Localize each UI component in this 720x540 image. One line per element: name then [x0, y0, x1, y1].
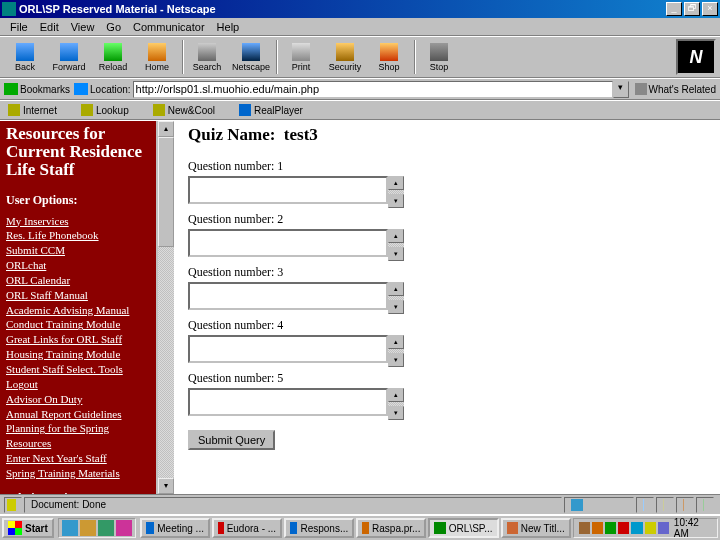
status-bar: Document: Done	[0, 494, 720, 514]
sidebar-item-phonebook[interactable]: Res. Life Phonebook	[6, 228, 150, 243]
pt-lookup[interactable]: Lookup	[81, 104, 141, 116]
title-bar: ORL\SP Reserved Material - Netscape _ 🗗 …	[0, 0, 720, 18]
newsgroup-icon[interactable]	[663, 499, 664, 511]
tray-icon-2[interactable]	[592, 522, 603, 534]
home-button[interactable]: Home	[136, 38, 178, 76]
q4-input[interactable]	[188, 335, 388, 363]
back-button[interactable]: Back	[4, 38, 46, 76]
tray-volume-icon[interactable]	[645, 522, 656, 534]
sidebar-item-next-year-staff[interactable]: Enter Next Year's Staff	[6, 451, 150, 466]
quiz-title: Quiz Name: test3	[188, 125, 706, 145]
url-dropdown-button[interactable]: ▾	[613, 81, 629, 98]
task-respons[interactable]: Respons...	[284, 518, 354, 538]
q1-scrollbar[interactable]: ▴▾	[388, 176, 404, 208]
q2-input[interactable]	[188, 229, 388, 257]
shop-button[interactable]: Shop	[368, 38, 410, 76]
link-icon	[239, 104, 251, 116]
scroll-track[interactable]	[158, 247, 174, 478]
netscape-button[interactable]: Netscape	[230, 38, 272, 76]
user-options-heading: User Options:	[6, 193, 150, 208]
q1-input[interactable]	[188, 176, 388, 204]
whats-related-button[interactable]: What's Related	[633, 83, 717, 95]
task-eudora[interactable]: Eudora - ...	[212, 518, 282, 538]
clock[interactable]: 10:42 AM	[674, 517, 713, 539]
menu-go[interactable]: Go	[100, 19, 127, 35]
q3-scrollbar[interactable]: ▴▾	[388, 282, 404, 314]
pt-newcool[interactable]: New&Cool	[153, 104, 227, 116]
task-newtitle[interactable]: New Titl...	[501, 518, 571, 538]
sidebar-item-orlchat[interactable]: ORLchat	[6, 258, 150, 273]
search-icon	[198, 43, 216, 61]
ql-icon-2[interactable]	[80, 520, 96, 536]
q4-scrollbar[interactable]: ▴▾	[388, 335, 404, 367]
shop-icon	[380, 43, 398, 61]
q1-label: Question number: 1	[188, 159, 706, 174]
task-meeting[interactable]: Meeting ...	[140, 518, 210, 538]
menu-view[interactable]: View	[65, 19, 101, 35]
sidebar-item-advisor-duty[interactable]: Advisor On Duty	[6, 392, 150, 407]
ql-icon-1[interactable]	[62, 520, 78, 536]
restore-button[interactable]: 🗗	[684, 2, 700, 16]
q5-scrollbar[interactable]: ▴▾	[388, 388, 404, 420]
sidebar-item-logout[interactable]: Logout	[6, 377, 150, 392]
sidebar-item-annual-report[interactable]: Annual Report Guidelines	[6, 407, 150, 422]
sidebar-item-great-links[interactable]: Great Links for ORL Staff	[6, 332, 150, 347]
bookmarks-button[interactable]: Bookmarks	[4, 83, 70, 95]
menu-help[interactable]: Help	[211, 19, 246, 35]
q2-scrollbar[interactable]: ▴▾	[388, 229, 404, 261]
scroll-down-icon[interactable]: ▾	[158, 478, 174, 494]
folder-icon	[153, 104, 165, 116]
close-button[interactable]: ×	[702, 2, 718, 16]
sidebar-item-resources[interactable]: Resources	[6, 436, 150, 451]
tray-icon-5[interactable]	[631, 522, 642, 534]
tray-icon-7[interactable]	[658, 522, 669, 534]
sidebar-item-housing-training[interactable]: Housing Training Module	[6, 347, 150, 362]
submit-button[interactable]: Submit Query	[188, 430, 275, 450]
start-button[interactable]: Start	[2, 518, 54, 538]
composer-icon[interactable]	[703, 499, 704, 511]
q3-input[interactable]	[188, 282, 388, 310]
tray-icon-3[interactable]	[605, 522, 616, 534]
main-panel: Quiz Name: test3 Question number: 1 ▴▾ Q…	[174, 121, 720, 494]
sidebar-item-staff-manual[interactable]: ORL Staff Manual	[6, 288, 150, 303]
tray-icon-1[interactable]	[579, 522, 590, 534]
q5-label: Question number: 5	[188, 371, 706, 386]
quick-launch	[58, 518, 136, 538]
menu-file[interactable]: File	[4, 19, 34, 35]
reload-button[interactable]: Reload	[92, 38, 134, 76]
sidebar-item-select-tools[interactable]: Student Staff Select. Tools	[6, 362, 150, 377]
pt-internet[interactable]: Internet	[8, 104, 69, 116]
sidebar-item-calendar[interactable]: ORL Calendar	[6, 273, 150, 288]
tray-icon-4[interactable]	[618, 522, 629, 534]
q5-input[interactable]	[188, 388, 388, 416]
minimize-button[interactable]: _	[666, 2, 682, 16]
forward-button[interactable]: Forward	[48, 38, 90, 76]
location-bar: Bookmarks Location: ▾ What's Related	[0, 78, 720, 100]
pt-realplayer[interactable]: RealPlayer	[239, 104, 315, 116]
task-orlsp[interactable]: ORL\SP...	[428, 518, 498, 538]
q4-label: Question number: 4	[188, 318, 706, 333]
sidebar-item-planning-spring[interactable]: Planning for the Spring	[6, 421, 150, 436]
sidebar-item-spring-training[interactable]: Spring Training Materials	[6, 466, 150, 481]
ql-icon-3[interactable]	[98, 520, 114, 536]
stop-button[interactable]: Stop	[418, 38, 460, 76]
task-raspa[interactable]: Raspa.pr...	[356, 518, 426, 538]
ql-icon-4[interactable]	[116, 520, 132, 536]
security-button[interactable]: Security	[324, 38, 366, 76]
window-title: ORL\SP Reserved Material - Netscape	[19, 3, 666, 15]
mail-icon[interactable]	[643, 499, 644, 511]
stop-icon	[430, 43, 448, 61]
sidebar-item-conduct-training[interactable]: Conduct Training Module	[6, 317, 150, 332]
search-button[interactable]: Search	[186, 38, 228, 76]
url-input[interactable]	[133, 81, 613, 98]
sidebar-item-inservices[interactable]: My Inservices	[6, 214, 150, 229]
sidebar-scrollbar[interactable]: ▴ ▾	[158, 121, 174, 494]
scroll-up-icon[interactable]: ▴	[158, 121, 174, 137]
sidebar-item-advising-manual[interactable]: Academic Advising Manual	[6, 303, 150, 318]
menu-communicator[interactable]: Communicator	[127, 19, 211, 35]
addressbook-icon[interactable]	[683, 499, 684, 511]
print-button[interactable]: Print	[280, 38, 322, 76]
sidebar-item-submit-ccm[interactable]: Submit CCM	[6, 243, 150, 258]
scroll-thumb[interactable]	[158, 137, 174, 247]
menu-edit[interactable]: Edit	[34, 19, 65, 35]
